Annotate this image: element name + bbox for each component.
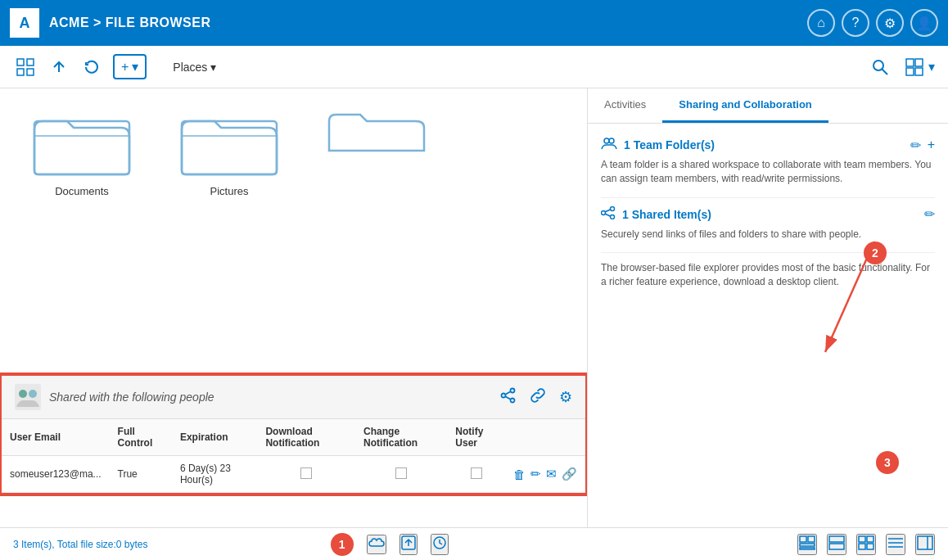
sharing-panel-icon: [15, 384, 41, 410]
app-title: ACME > FILE BROWSER: [49, 16, 807, 30]
folder-documents-icon: [33, 105, 131, 178]
team-folders-icon: [601, 137, 617, 153]
grid-view-button-2[interactable]: [856, 534, 876, 555]
add-button[interactable]: + ▾: [113, 54, 147, 79]
svg-rect-34: [829, 544, 844, 549]
svg-point-4: [874, 61, 883, 70]
delete-row-button[interactable]: 🗑: [513, 467, 526, 481]
cell-change-notification[interactable]: [355, 456, 447, 493]
plus-icon: +: [121, 60, 129, 75]
svg-rect-31: [800, 544, 815, 546]
team-folders-section-header: 1 Team Folder(s) ✏ +: [601, 137, 935, 153]
cell-notify-user[interactable]: [447, 456, 505, 493]
svg-point-22: [602, 210, 606, 215]
shared-items-edit-button[interactable]: ✏: [924, 206, 935, 222]
cloud-icon-button[interactable]: [367, 535, 386, 554]
home-button[interactable]: ⌂: [807, 9, 835, 37]
view-chevron-icon[interactable]: ▾: [928, 59, 935, 75]
cell-full-control: True: [110, 456, 172, 493]
svg-line-18: [505, 396, 510, 400]
section-divider-1: [601, 197, 935, 198]
toolbar: + ▾ Places ▾ ▾: [0, 46, 948, 88]
cell-email: someuser123@ma...: [2, 456, 110, 493]
team-folders-desc: A team folder is a shared workspace to c…: [601, 158, 935, 186]
col-full-control: Full Control: [110, 419, 172, 456]
table-row: someuser123@ma... True 6 Day(s) 23 Hour(…: [2, 456, 585, 493]
svg-rect-9: [915, 68, 923, 75]
list-view-button[interactable]: [827, 534, 846, 555]
places-chevron-icon: ▾: [210, 61, 216, 74]
sharing-table: User Email Full Control Expiration Downl…: [2, 419, 585, 493]
help-button[interactable]: ?: [842, 9, 869, 37]
folder-pictures-label: Pictures: [210, 185, 249, 197]
shared-items-desc: Securely send links of files and folders…: [601, 228, 935, 242]
col-actions: [505, 419, 585, 456]
svg-rect-35: [859, 536, 865, 542]
logo: A: [10, 8, 39, 38]
cell-download-notification[interactable]: [257, 456, 355, 493]
svg-point-17: [511, 398, 515, 402]
svg-rect-37: [859, 544, 865, 549]
search-button[interactable]: [868, 55, 892, 79]
upload-icon-button[interactable]: [400, 534, 418, 555]
user-button[interactable]: 👤: [910, 9, 938, 37]
status-info: 3 Item(s), Total file size:0 bytes: [13, 539, 148, 550]
svg-point-21: [609, 138, 614, 143]
tab-bar: Activities Sharing and Collaboration: [588, 88, 948, 124]
shared-items-section-header: 1 Shared Item(s) ✏: [601, 206, 935, 223]
col-notify-user: Notify User: [447, 419, 505, 456]
list-detail-button[interactable]: [886, 534, 905, 555]
shared-items-actions: ✏: [924, 206, 935, 222]
folder-documents[interactable]: Documents: [16, 105, 147, 197]
sharing-panel: Shared with the following people: [0, 374, 587, 495]
annotation-2: 2: [864, 242, 887, 264]
svg-point-24: [611, 215, 615, 219]
sharing-settings-button[interactable]: ⚙: [559, 388, 572, 406]
view-options: ▾: [902, 55, 935, 79]
view-mode-button[interactable]: [902, 55, 927, 79]
folder-pictures-icon: [180, 105, 278, 178]
details-view-button[interactable]: [797, 534, 817, 555]
folder-pictures[interactable]: Pictures: [164, 105, 295, 197]
team-folders-actions: ✏ +: [910, 138, 935, 153]
svg-line-19: [505, 391, 510, 395]
header-icons: ⌂ ? ⚙ 👤: [807, 9, 938, 37]
svg-rect-0: [17, 59, 24, 65]
email-row-button[interactable]: ✉: [546, 467, 557, 481]
status-bar: 3 Item(s), Total file size:0 bytes 1: [0, 527, 948, 560]
share-link-button[interactable]: [500, 387, 517, 408]
settings-button[interactable]: ⚙: [876, 9, 904, 37]
table-header-row: User Email Full Control Expiration Downl…: [2, 419, 585, 456]
tab-activities[interactable]: Activities: [588, 88, 662, 123]
team-folders-add-button[interactable]: +: [928, 138, 935, 153]
team-folders-edit-button[interactable]: ✏: [910, 138, 921, 153]
folder-partial[interactable]: [311, 113, 442, 197]
folder-documents-label: Documents: [55, 185, 109, 197]
places-dropdown[interactable]: Places ▾: [173, 61, 216, 74]
svg-rect-30: [808, 536, 815, 542]
tab-sharing[interactable]: Sharing and Collaboration: [662, 88, 828, 123]
svg-point-13: [19, 390, 27, 398]
svg-line-5: [883, 69, 888, 75]
panel-button[interactable]: [915, 534, 935, 555]
refresh-button[interactable]: [80, 56, 103, 79]
svg-point-20: [604, 138, 609, 143]
svg-line-26: [605, 214, 611, 216]
svg-point-16: [502, 393, 506, 397]
file-browser: Documents Pictures: [0, 88, 588, 527]
copy-link-button[interactable]: [530, 387, 546, 408]
link-row-button[interactable]: 🔗: [562, 467, 577, 481]
header: A ACME > FILE BROWSER ⌂ ? ⚙ 👤: [0, 0, 948, 46]
svg-rect-32: [800, 548, 815, 549]
sharing-panel-actions: ⚙: [500, 387, 572, 408]
up-button[interactable]: [47, 56, 70, 79]
sharing-panel-title: Shared with the following people: [49, 391, 492, 404]
info-text: The browser-based file explorer provides…: [601, 261, 935, 289]
status-bar-right-icons: [797, 534, 935, 555]
cell-expiration: 6 Day(s) 23 Hour(s): [172, 456, 258, 493]
col-change-notification: Change Notification: [355, 419, 447, 456]
edit-row-button[interactable]: ✏: [530, 467, 541, 481]
grid-view-button[interactable]: [13, 55, 38, 79]
clock-icon-button[interactable]: [431, 534, 449, 555]
sharing-panel-header: Shared with the following people: [2, 376, 585, 419]
